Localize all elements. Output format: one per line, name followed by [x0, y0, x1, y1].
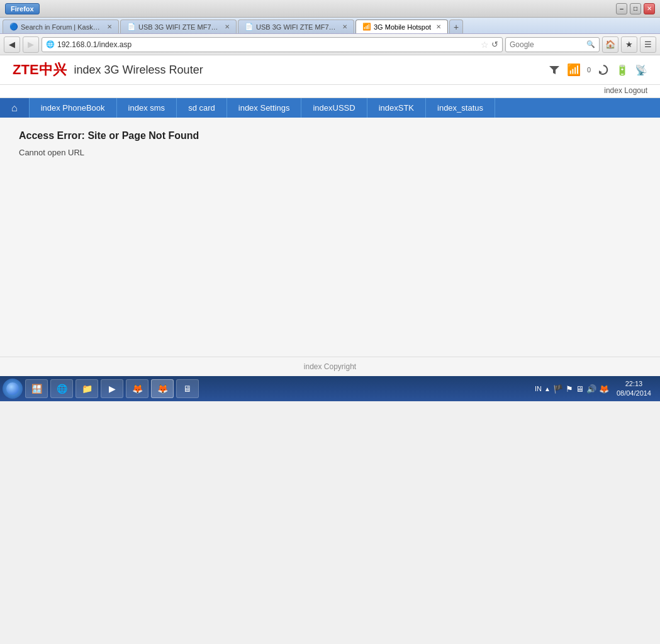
filter-icon [548, 64, 561, 76]
page-wrapper: ZTE中兴 index 3G Wireless Router 📶 0 🔋 📡 i… [0, 55, 660, 376]
taskbar-icon-monitor: 🖥 [182, 383, 193, 394]
nav-settings[interactable]: index Settings [227, 98, 302, 118]
start-button[interactable] [3, 379, 23, 399]
clock-time: 22:13 [617, 379, 651, 389]
router-header: ZTE中兴 index 3G Wireless Router 📶 0 🔋 📡 [0, 55, 660, 85]
tab-label-3: USB 3G WIFI ZTE MF70 HSPA+ 21.6M... [256, 23, 337, 31]
router-nav-menu: ⌂ index PhoneBook index sms sd card inde… [0, 98, 660, 118]
bookmarks-button[interactable]: ★ [621, 36, 637, 53]
taskbar-app-7[interactable]: 🖥 [176, 379, 199, 398]
systray-volume-icon: 🔊 [586, 384, 596, 394]
search-bar-container: 🔍 [505, 37, 600, 52]
tab-label-2: USB 3G WIFI ZTE MF70 HSPA+ 21.6M... [138, 23, 220, 31]
search-input[interactable] [510, 40, 584, 49]
tab-close-2[interactable]: ✕ [225, 23, 230, 30]
systray-area: IN ▲ 🏴 ⚑ 🖥 🔊 🦊 [535, 384, 609, 394]
taskbar-icon-browser: 🦊 [131, 383, 143, 394]
taskbar-app-3[interactable]: 📁 [76, 379, 98, 398]
page-footer: index Copyright [0, 357, 660, 376]
signal-icon: 📶 [567, 63, 581, 77]
back-button[interactable]: ◀ [4, 36, 20, 53]
systray-network-icon: 🏴 [553, 384, 563, 394]
home-nav-button[interactable]: 🏠 [602, 36, 618, 53]
taskbar-app-5[interactable]: 🦊 [126, 379, 148, 398]
tab-bar: 🔵 Search in Forum | Kaskus - The Large..… [0, 18, 660, 34]
firefox-button[interactable]: Firefox [5, 3, 40, 14]
browser-title-bar: Firefox – □ ✕ [0, 0, 660, 18]
nav-sdcard[interactable]: sd card [177, 98, 227, 118]
minimize-button[interactable]: – [616, 3, 627, 14]
nav-ussd[interactable]: indexUSSD [301, 98, 367, 118]
nav-sms[interactable]: index sms [117, 98, 177, 118]
footer-copyright: index Copyright [304, 362, 356, 371]
title-bar-left: Firefox [5, 3, 40, 14]
bookmark-star-icon[interactable]: ☆ [481, 40, 489, 50]
tab-close-3[interactable]: ✕ [342, 23, 347, 30]
taskbar-icon-ie: 🌐 [56, 383, 67, 394]
nav-stk[interactable]: indexSTK [367, 98, 426, 118]
main-content: Access Error: Site or Page Not Found Can… [0, 118, 660, 357]
browser-tab-4[interactable]: 📶 3G Mobile Hotspot ✕ [355, 19, 448, 33]
search-icon: 🔍 [586, 40, 595, 48]
taskbar-app-4[interactable]: ▶ [101, 379, 123, 398]
error-title: Access Error: Site or Page Not Found [19, 130, 641, 142]
window-controls: – □ ✕ [616, 3, 655, 14]
forward-button[interactable]: ▶ [23, 36, 39, 53]
signal-count: 0 [587, 66, 591, 74]
error-description: Cannot open URL [19, 148, 641, 157]
taskbar-icon-explorer: 📁 [81, 383, 92, 394]
tab-close-4[interactable]: ✕ [436, 23, 441, 30]
taskbar-right: IN ▲ 🏴 ⚑ 🖥 🔊 🦊 22:13 08/04/2014 [535, 379, 657, 399]
tab-label-1: Search in Forum | Kaskus - The Large... [21, 23, 102, 31]
refresh-icon[interactable] [597, 64, 610, 76]
navigation-bar: ◀ ▶ 🌐 ☆ ↺ 🔍 🏠 ★ ☰ [0, 34, 660, 55]
address-icon: 🌐 [46, 40, 55, 48]
tab-favicon-3: 📄 [245, 23, 254, 31]
tab-favicon-1: 🔵 [9, 23, 18, 31]
close-button[interactable]: ✕ [644, 3, 655, 14]
taskbar-app-1[interactable]: 🪟 [25, 379, 48, 398]
battery-icon: 🔋 [616, 64, 629, 76]
taskbar-app-2[interactable]: 🌐 [50, 379, 73, 398]
nav-status[interactable]: index_status [426, 98, 495, 118]
maximize-button[interactable]: □ [630, 3, 641, 14]
systray-lang: IN [535, 385, 542, 392]
logout-link[interactable]: index Logout [604, 86, 647, 95]
router-status-icons: 📶 0 🔋 📡 [548, 63, 647, 77]
taskbar-clock[interactable]: 22:13 08/04/2014 [613, 379, 655, 399]
systray-expand-icon[interactable]: ▲ [544, 386, 551, 392]
windows-taskbar: 🪟 🌐 📁 ▶ 🦊 🦊 🖥 IN ▲ 🏴 ⚑ 🖥 🔊 🦊 [0, 376, 660, 401]
browser-tab-3[interactable]: 📄 USB 3G WIFI ZTE MF70 HSPA+ 21.6M... ✕ [238, 19, 354, 33]
systray-browser-icon: 🦊 [599, 384, 609, 394]
taskbar-icon-media: ▶ [106, 383, 118, 394]
wifi-icon: 📡 [635, 64, 647, 76]
taskbar-left: 🪟 🌐 📁 ▶ 🦊 🦊 🖥 [3, 379, 199, 399]
taskbar-icon-firefox-active: 🦊 [157, 383, 168, 394]
tab-favicon-2: 📄 [127, 23, 136, 31]
reload-icon[interactable]: ↺ [491, 40, 498, 49]
taskbar-icon-windows: 🪟 [31, 383, 42, 394]
taskbar-app-6[interactable]: 🦊 [151, 379, 174, 398]
systray-screen-icon: 🖥 [576, 384, 584, 394]
svg-marker-0 [549, 66, 559, 74]
address-bar-container: 🌐 ☆ ↺ [42, 37, 503, 52]
browser-tab-1[interactable]: 🔵 Search in Forum | Kaskus - The Large..… [3, 19, 119, 33]
tab-favicon-4: 📶 [362, 23, 371, 31]
home-icon: ⌂ [11, 103, 18, 114]
tab-close-1[interactable]: ✕ [107, 23, 112, 30]
tab-label-4: 3G Mobile Hotspot [374, 23, 431, 31]
browser-tab-2[interactable]: 📄 USB 3G WIFI ZTE MF70 HSPA+ 21.6M... ✕ [120, 19, 237, 33]
new-tab-button[interactable]: + [449, 19, 463, 33]
systray-flag-icon: ⚑ [566, 384, 573, 394]
menu-button[interactable]: ☰ [640, 36, 656, 53]
router-page-title: index 3G Wireless Router [74, 64, 203, 77]
clock-date: 08/04/2014 [617, 389, 651, 398]
nav-home-button[interactable]: ⌂ [0, 98, 30, 118]
router-logo-area: ZTE中兴 index 3G Wireless Router [13, 60, 203, 79]
zte-logo: ZTE中兴 [13, 60, 67, 79]
address-bar[interactable] [57, 40, 478, 49]
start-orb [6, 382, 19, 395]
nav-phonebook[interactable]: index PhoneBook [30, 98, 117, 118]
logout-bar: index Logout [0, 85, 660, 98]
